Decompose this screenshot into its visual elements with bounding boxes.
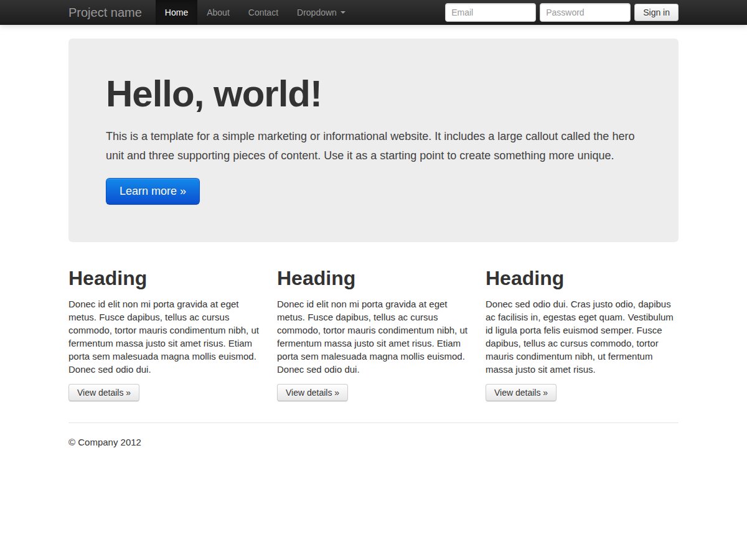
column-3-text: Donec sed odio dui. Cras justo odio, dap…	[486, 297, 679, 376]
caret-down-icon	[341, 11, 345, 14]
column-2: Heading Donec id elit non mi porta gravi…	[277, 267, 470, 401]
nav-item-home[interactable]: Home	[156, 0, 197, 25]
top-navbar: Project name Home About Contact Dropdown…	[0, 0, 747, 25]
view-details-button-3[interactable]: View details »	[486, 384, 557, 401]
brand-title[interactable]: Project name	[68, 6, 142, 20]
hero-unit: Hello, world! This is a template for a s…	[68, 39, 679, 242]
column-3: Heading Donec sed odio dui. Cras justo o…	[486, 267, 679, 401]
signin-form: Sign in	[445, 3, 679, 22]
copyright-text: © Company 2012	[68, 437, 679, 447]
column-3-heading: Heading	[486, 267, 679, 289]
view-details-button-2[interactable]: View details »	[277, 384, 348, 401]
column-2-heading: Heading	[277, 267, 470, 289]
column-1: Heading Donec id elit non mi porta gravi…	[68, 267, 261, 401]
email-field[interactable]	[445, 3, 536, 22]
learn-more-button[interactable]: Learn more »	[106, 178, 200, 205]
column-1-text: Donec id elit non mi porta gravida at eg…	[68, 297, 261, 376]
view-details-button-1[interactable]: View details »	[68, 384, 139, 401]
sign-in-button[interactable]: Sign in	[634, 4, 679, 21]
hero-title: Hello, world!	[106, 75, 641, 113]
main-nav: Home About Contact Dropdown	[156, 0, 355, 25]
nav-item-home-label: Home	[165, 0, 188, 25]
footer-divider	[68, 422, 679, 423]
content-columns: Heading Donec id elit non mi porta gravi…	[68, 267, 679, 401]
column-2-text: Donec id elit non mi porta gravida at eg…	[277, 297, 470, 376]
column-1-heading: Heading	[68, 267, 261, 289]
page-footer: © Company 2012	[68, 422, 679, 447]
nav-item-dropdown-label: Dropdown	[297, 0, 337, 25]
nav-item-about-label: About	[207, 0, 230, 25]
hero-description: This is a template for a simple marketin…	[106, 127, 641, 166]
nav-item-contact-label: Contact	[248, 0, 278, 25]
password-field[interactable]	[540, 3, 631, 22]
nav-item-dropdown[interactable]: Dropdown	[288, 0, 355, 25]
nav-item-about[interactable]: About	[197, 0, 239, 25]
nav-item-contact[interactable]: Contact	[239, 0, 288, 25]
